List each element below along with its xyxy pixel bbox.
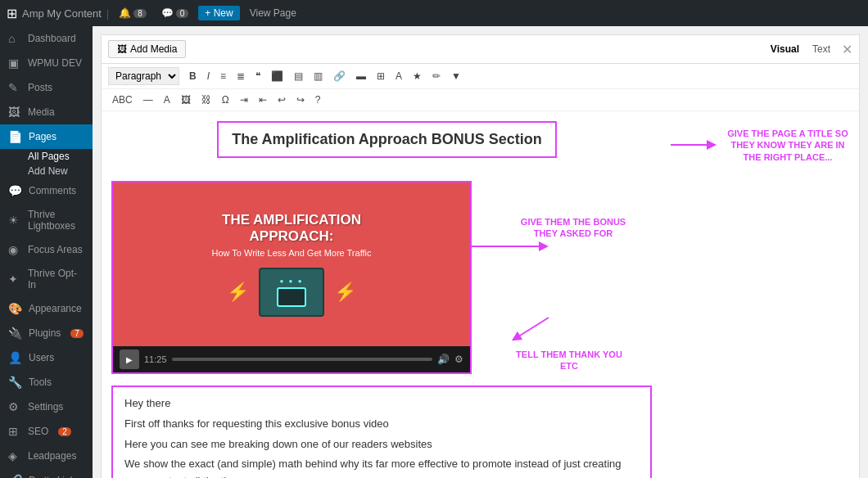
abbr-button[interactable]: ABC	[108, 92, 137, 107]
plugins-icon: 🔌	[8, 327, 22, 340]
sidebar-item-seo[interactable]: ⊞ SEO 2	[0, 419, 93, 444]
sidebar-item-pretty-links[interactable]: 🔗 Pretty Links	[0, 468, 93, 478]
media-icon: 🖼	[8, 106, 21, 119]
leadpages-icon: ◈	[8, 449, 21, 462]
redo-button[interactable]: ↪	[292, 92, 309, 107]
video-main-title: THE AMPLIFICATION APPROACH:	[222, 212, 361, 246]
add-media-button[interactable]: 🖼 Add Media	[108, 40, 186, 58]
editor-toolbar-top: 🖼 Add Media Visual Text ✕	[102, 35, 859, 64]
align-center-button[interactable]: ▤	[290, 69, 307, 83]
page-title: The Amplification Approach BONUS Section	[232, 131, 542, 147]
ordered-list-button[interactable]: ≣	[233, 69, 249, 83]
video-settings-icon[interactable]: ⚙	[454, 354, 463, 365]
seo-icon: ⊞	[8, 425, 21, 438]
app-layout: ⌂ Dashboard ▣ WPMU DEV ✎ Posts 🖼 Media 📄…	[0, 26, 868, 478]
special-char-button[interactable]: Ω	[218, 92, 233, 107]
sidebar-item-tools[interactable]: 🔧 Tools	[0, 370, 93, 395]
new-button[interactable]: + New	[198, 6, 239, 20]
page-title-box: The Amplification Approach BONUS Section	[217, 121, 557, 158]
blockquote-button[interactable]: ❝	[251, 69, 264, 83]
comment-badge: 0	[176, 9, 189, 18]
align-left-button[interactable]: ⬛	[267, 69, 287, 83]
indent-button[interactable]: ⇥	[236, 92, 252, 107]
comments-count[interactable]: 💬 0	[156, 7, 194, 19]
posts-icon: ✎	[8, 81, 21, 94]
link2-button[interactable]: ⛓	[197, 92, 215, 107]
tab-visual[interactable]: Visual	[764, 42, 806, 56]
sidebar-item-appearance[interactable]: 🎨 Appearance	[0, 296, 93, 321]
sidebar-item-focus-areas[interactable]: ◉ Focus Areas	[0, 237, 93, 262]
sidebar-item-comments[interactable]: 💬 Comments	[0, 178, 93, 203]
help-button[interactable]: ?	[311, 92, 325, 107]
close-editor-button[interactable]: ✕	[842, 42, 852, 57]
text-line-2: First off thanks for requesting this exc…	[124, 416, 639, 433]
notif-count: 8	[133, 9, 147, 18]
lightning-right-icon: ⚡	[334, 282, 356, 303]
outdent-button[interactable]: ⇤	[255, 92, 271, 107]
bold-button[interactable]: B	[185, 69, 201, 83]
sidebar-item-thrive-optin[interactable]: ✦ Thrive Opt-In	[0, 262, 93, 296]
view-page-link[interactable]: View Page	[245, 7, 301, 19]
hr-button[interactable]: —	[139, 92, 157, 107]
visual-text-tabs: Visual Text	[764, 42, 837, 56]
unordered-list-button[interactable]: ≡	[216, 69, 230, 83]
comment-icon: 💬	[161, 7, 174, 19]
pages-icon: 📄	[8, 130, 22, 143]
video-controls: ▶ 11:25 🔊 ⚙	[113, 346, 470, 372]
sidebar-item-media[interactable]: 🖼 Media	[0, 100, 93, 124]
sidebar-item-leadpages[interactable]: ◈ Leadpages	[0, 444, 93, 468]
font-color-button[interactable]: A	[160, 92, 174, 107]
wpmu-icon: ▣	[8, 56, 21, 70]
sidebar: ⌂ Dashboard ▣ WPMU DEV ✎ Posts 🖼 Media 📄…	[0, 26, 93, 478]
sidebar-item-settings[interactable]: ⚙ Settings	[0, 395, 93, 419]
tools-icon: 🔧	[8, 376, 22, 389]
amp-speaker	[277, 287, 306, 307]
progress-bar[interactable]	[172, 358, 432, 361]
table-button[interactable]: ⊞	[373, 69, 389, 83]
image-button[interactable]: 🖼	[177, 92, 195, 107]
tab-text[interactable]: Text	[806, 42, 837, 56]
text-line-1: Hey there	[124, 395, 639, 413]
bell-icon: 🔔	[119, 7, 131, 19]
comments-icon: 💬	[8, 184, 22, 197]
italic-button[interactable]: I	[203, 69, 214, 83]
appearance-icon: 🎨	[8, 302, 22, 315]
sidebar-item-users[interactable]: 👤 Users	[0, 345, 93, 370]
pencil-button[interactable]: ✏	[428, 69, 445, 83]
wp-logo-icon: ⊞	[7, 6, 17, 21]
sidebar-item-posts[interactable]: ✎ Posts	[0, 75, 93, 100]
format-select[interactable]: Paragraph	[108, 67, 179, 85]
editor-toolbar-row1: Paragraph B I ≡ ≣ ❝ ⬛ ▤ ▥ 🔗 ▬ ⊞ A ★ ✏ ▼	[102, 64, 859, 89]
dashboard-icon: ⌂	[8, 32, 21, 45]
amp-box: ● ● ●	[259, 268, 324, 317]
annotation-text: TELL THEM THANK YOU ETC	[508, 349, 631, 372]
more-button[interactable]: ▼	[447, 69, 465, 83]
editor-wrap: 🖼 Add Media Visual Text ✕ Paragraph B I …	[101, 34, 860, 478]
sidebar-item-dashboard[interactable]: ⌂ Dashboard	[0, 26, 93, 51]
sidebar-sub-add-new[interactable]: Add New	[0, 164, 93, 178]
video-thumbnail: THE AMPLIFICATION APPROACH: How To Write…	[113, 183, 470, 346]
sidebar-item-plugins[interactable]: 🔌 Plugins 7	[0, 321, 93, 345]
play-button[interactable]: ▶	[120, 349, 139, 369]
users-icon: 👤	[8, 351, 22, 364]
sidebar-item-pages[interactable]: 📄 Pages	[0, 124, 93, 149]
optin-icon: ✦	[8, 273, 21, 286]
editor-toolbar-row2: ABC — A 🖼 ⛓ Ω ⇥ ⇤ ↩ ↪ ?	[102, 89, 859, 111]
star-button[interactable]: ★	[409, 69, 426, 83]
video-subtitle: How To Write Less And Get More Traffic	[211, 248, 371, 258]
sidebar-item-thrive-lightboxes[interactable]: ☀ Thrive Lightboxes	[0, 203, 93, 237]
sidebar-sub-all-pages[interactable]: All Pages	[0, 149, 93, 164]
link-button[interactable]: 🔗	[329, 69, 350, 83]
undo-button[interactable]: ↩	[274, 92, 290, 107]
align-right-button[interactable]: ▥	[310, 69, 327, 83]
read-more-button[interactable]: ▬	[352, 69, 370, 83]
pretty-links-icon: 🔗	[8, 474, 22, 478]
main-content: 🖼 Add Media Visual Text ✕ Paragraph B I …	[93, 26, 868, 478]
sidebar-item-wpmu[interactable]: ▣ WPMU DEV	[0, 51, 93, 75]
color-button[interactable]: A	[391, 69, 406, 83]
amp-graphic: ⚡ ● ● ● ⚡	[227, 268, 356, 317]
site-name[interactable]: Amp My Content	[22, 7, 102, 20]
lightboxes-icon: ☀	[8, 214, 21, 227]
notifications[interactable]: 🔔 8	[114, 7, 151, 19]
volume-icon: 🔊	[437, 354, 450, 365]
